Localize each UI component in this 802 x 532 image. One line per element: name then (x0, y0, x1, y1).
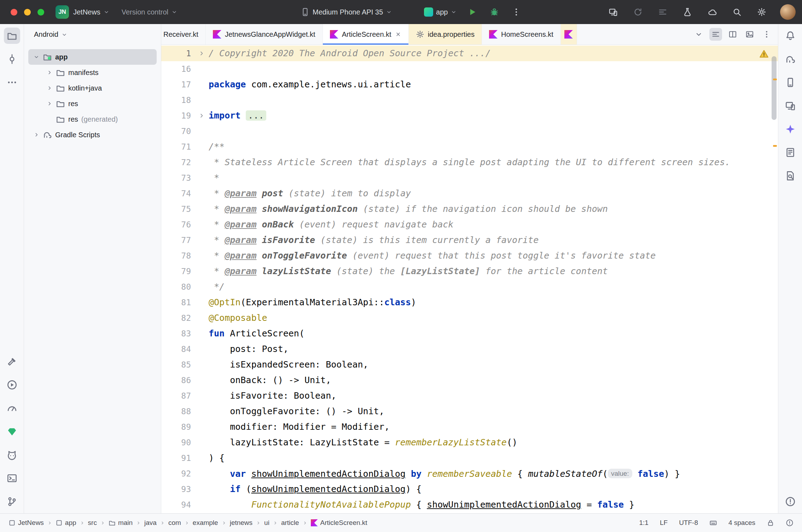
running-devices-button[interactable] (607, 6, 620, 18)
breadcrumb-java[interactable]: java (144, 519, 157, 527)
running-devices-tool-button[interactable] (782, 98, 798, 114)
zoom-window-button[interactable] (37, 9, 44, 16)
code-text[interactable]: * Stateless Article Screen that displays… (209, 155, 730, 170)
firebase-button[interactable] (706, 6, 719, 18)
code-text[interactable]: @OptIn(ExperimentalMaterial3Api::class) (209, 295, 416, 310)
code-text[interactable]: * @param onToggleFavorite (event) reques… (209, 248, 656, 264)
code-text[interactable]: / Copyright 2020 The Android Open Source… (209, 46, 491, 61)
tree-item-res[interactable]: res (28, 96, 157, 111)
code-text[interactable]: lazyListState: LazyListState = rememberL… (209, 435, 517, 450)
app-quality-insights-tool-button[interactable] (4, 423, 20, 440)
ime-icon[interactable] (709, 519, 717, 527)
tab-overflow[interactable] (561, 24, 577, 45)
code-text[interactable]: fun ArticleScreen( (209, 326, 304, 341)
device-manager-button[interactable] (782, 74, 798, 91)
split-view-button[interactable] (726, 28, 739, 41)
hidden-tabs-button[interactable] (692, 28, 705, 41)
breadcrumb-jetnews[interactable]: JetNews (8, 519, 44, 527)
code-text[interactable]: onToggleFavorite: () -> Unit, (209, 404, 384, 419)
code-text[interactable]: /** (209, 139, 225, 155)
fold-marker-icon[interactable] (198, 50, 205, 57)
fold-marker-icon[interactable] (198, 112, 205, 119)
code-text[interactable]: * @param onBack (event) request navigate… (209, 217, 453, 232)
code-text[interactable]: FunctionalityNotAvailablePopup { showUni… (209, 497, 634, 513)
device-selector[interactable]: Medium Phone API 35 (301, 7, 392, 17)
resource-manager-button[interactable] (782, 144, 798, 161)
settings-button[interactable] (755, 6, 768, 18)
write-access-icon[interactable] (767, 519, 774, 527)
tree-item-res-generated[interactable]: res (generated) (28, 111, 157, 127)
profiler-tool-button[interactable] (4, 400, 20, 416)
breadcrumb-src[interactable]: src (88, 519, 97, 527)
breadcrumb-ui[interactable]: ui (264, 519, 269, 527)
chevron-right-icon[interactable] (46, 85, 53, 91)
chevron-right-icon[interactable] (33, 132, 40, 138)
code-text[interactable]: onBack: () -> Unit, (209, 372, 331, 388)
code-text[interactable]: * @param showNavigationIcon (state) if t… (209, 201, 608, 217)
instrumented-tests-button[interactable] (681, 6, 694, 18)
code-text[interactable]: isExpandedScreen: Boolean, (209, 357, 368, 372)
code-text[interactable]: * @param post (state) item to display (209, 186, 411, 201)
problems-button[interactable] (782, 493, 798, 510)
gemini-button[interactable] (782, 121, 798, 137)
breadcrumb-article[interactable]: article (281, 519, 299, 527)
tab-receiver-kt[interactable]: Receiver.kt (161, 24, 206, 45)
project-tool-button[interactable] (4, 28, 20, 44)
line-separator[interactable]: LF (660, 519, 668, 527)
close-tab-icon[interactable] (395, 31, 401, 37)
run-tool-button[interactable] (4, 377, 20, 393)
tab-articlescreen-kt[interactable]: ArticleScreen.kt (323, 24, 409, 45)
user-avatar[interactable] (780, 4, 796, 20)
project-view-selector[interactable]: Android (24, 24, 161, 45)
editor-options-button[interactable] (760, 28, 773, 41)
code-text[interactable]: import ... (209, 108, 266, 123)
close-window-button[interactable] (11, 9, 17, 16)
version-control-tool-button[interactable] (4, 493, 20, 510)
tab-homescreens-kt[interactable]: HomeScreens.kt (482, 24, 561, 45)
logcat-tool-button[interactable] (4, 447, 20, 463)
code-text[interactable]: * @param lazyListState (state) the [Lazy… (209, 264, 608, 279)
vcs-widget[interactable]: Version control (122, 8, 178, 16)
code-text[interactable]: isFavorite: Boolean, (209, 388, 336, 404)
tree-item-manifests[interactable]: manifests (28, 65, 157, 80)
breadcrumb-jetnews[interactable]: jetnews (230, 519, 252, 527)
more-actions-button[interactable] (510, 6, 523, 18)
breadcrumb-example[interactable]: example (193, 519, 218, 527)
commit-tool-button[interactable] (4, 51, 20, 67)
inspections-warning-icon[interactable] (759, 49, 769, 59)
breadcrumb-main[interactable]: main (109, 519, 133, 527)
breadcrumb-app[interactable]: app (56, 519, 76, 527)
encoding[interactable]: UTF-8 (679, 519, 698, 527)
breadcrumb-com[interactable]: com (168, 519, 181, 527)
debug-button[interactable] (488, 6, 501, 18)
code-text[interactable]: @Composable (209, 310, 267, 326)
indent-style[interactable]: 4 spaces (728, 519, 755, 527)
project-selector[interactable]: JetNews (73, 8, 110, 16)
code-text[interactable]: * (209, 170, 219, 186)
chevron-right-icon[interactable] (46, 100, 53, 107)
minimize-window-button[interactable] (24, 9, 31, 16)
tree-item-app[interactable]: app (28, 49, 157, 65)
editor-notifications-icon[interactable] (786, 519, 794, 527)
code-text[interactable]: modifier: Modifier = Modifier, (209, 419, 390, 435)
folded-region[interactable]: ... (246, 110, 266, 121)
tab-jetnewsglanceappwidget-kt[interactable]: JetnewsGlanceAppWidget.kt (206, 24, 323, 45)
tree-item-gradle-scripts[interactable]: Gradle Scripts (28, 127, 157, 143)
code-text[interactable]: * @param isFavorite (state) is this item… (209, 232, 539, 248)
code-editor[interactable]: 1/ Copyright 2020 The Android Open Sourc… (161, 45, 778, 513)
run-configuration-selector[interactable]: app (424, 7, 457, 17)
scrollbar-thumb[interactable] (772, 56, 777, 120)
warning-stripe-mark[interactable] (773, 145, 777, 147)
chevron-down-icon[interactable] (33, 54, 40, 60)
tab-idea-properties[interactable]: idea.properties (409, 24, 482, 45)
code-text[interactable]: var showUnimplementedActionDialog by rem… (209, 466, 680, 481)
code-text[interactable]: */ (209, 279, 225, 295)
chevron-right-icon[interactable] (46, 69, 53, 76)
more-tool-windows-button[interactable] (4, 74, 20, 91)
code-text[interactable]: if (showUnimplementedActionDialog) { (209, 481, 422, 497)
build-tool-button[interactable] (4, 353, 20, 370)
gradle-button[interactable] (782, 51, 798, 67)
code-text[interactable]: package com.example.jetnews.ui.article (209, 77, 411, 92)
notifications-button[interactable] (782, 28, 798, 44)
search-everywhere-button[interactable] (731, 6, 743, 18)
